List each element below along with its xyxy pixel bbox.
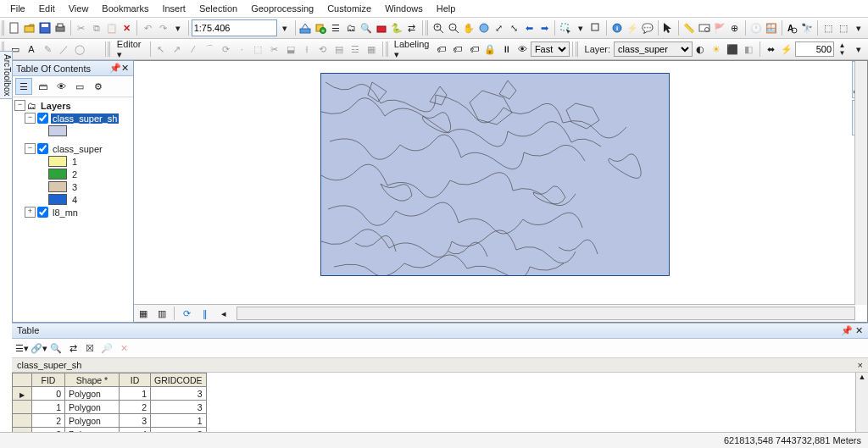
delete-icon[interactable]: ✕ [120,19,134,36]
fixed-zoom-in-icon[interactable]: ⤢ [492,19,506,36]
redo-icon[interactable]: ↷ [156,19,170,36]
toolbar-overflow-icon[interactable]: ▾ [851,41,865,58]
layer-class-super[interactable]: class_super [51,144,104,154]
scale-dropdown-icon[interactable]: ▾ [278,19,292,36]
edit-annotation-icon[interactable]: ↗ [170,41,184,58]
select-arrow-icon[interactable] [661,19,675,36]
list-by-visibility-icon[interactable]: 👁 [53,78,70,95]
class-label[interactable]: 3 [70,182,79,192]
split-icon[interactable]: ⫲ [299,41,314,58]
identify-icon[interactable]: i [610,19,624,36]
zoom-in-icon[interactable]: + [431,19,445,36]
layer-visibility-checkbox[interactable] [37,207,48,218]
menu-view[interactable]: View [62,2,96,15]
symbol-swatch[interactable] [48,156,67,167]
new-icon[interactable] [8,19,21,36]
reshape-icon[interactable]: ✂ [267,41,281,58]
toggle-draft-icon[interactable]: ◂ [216,306,231,321]
toolbar-grip[interactable] [386,41,388,57]
pan-icon[interactable]: ✋ [462,19,476,36]
label-weight-icon[interactable]: 🏷 [467,41,481,58]
menu-windows[interactable]: Windows [378,2,430,15]
menu-insert[interactable]: Insert [155,2,192,15]
cell[interactable]: 2 [32,414,65,428]
labeling-menu[interactable]: Labeling ▾ [391,39,433,60]
binoculars-icon[interactable]: 🔭 [800,19,814,36]
menu-file[interactable]: File [3,2,32,15]
layout-view-icon[interactable]: ▥ [154,306,170,321]
menu-customize[interactable]: Customize [320,2,378,15]
edit-vertices-icon[interactable]: ⬚ [251,41,265,58]
clear-selection-icon[interactable]: ☒ [82,340,97,356]
draw-line-icon[interactable]: ／ [57,41,71,58]
close-icon[interactable]: ✕ [855,325,863,335]
editor-toolbar-icon[interactable] [298,19,312,36]
undo-icon[interactable]: ↶ [141,19,154,36]
table-options-icon[interactable]: ☰▾ [14,340,30,356]
select-elements-icon[interactable] [589,19,603,36]
clear-selection-icon[interactable]: ▾ [574,19,587,36]
map-display[interactable]: Catalog Search ▦ ▥ ⟳ ‖ ◂ [134,60,868,323]
cell[interactable]: 3 [120,414,151,428]
data-view-icon[interactable]: ▦ [136,306,151,321]
column-header[interactable]: ID [120,373,151,387]
copy-icon[interactable]: ⧉ [90,19,103,36]
arctoolbox-side-tab[interactable]: ArcToolbox [0,51,13,99]
label-engine-select[interactable]: Fast [531,41,570,57]
trace-icon[interactable]: ⟳ [219,41,233,58]
attributes-icon[interactable]: ▤ [331,41,346,58]
effects-layer-select[interactable]: class_super [614,41,693,57]
lock-labels-icon[interactable]: 🔒 [483,41,498,58]
table-row[interactable]: 1Polygon23 [13,401,207,414]
open-icon[interactable] [23,19,36,36]
zoom-out-icon[interactable]: - [447,19,460,36]
search-window-icon[interactable]: 🔍 [359,19,373,36]
options-icon[interactable]: ⚙ [90,78,107,95]
menu-selection[interactable]: Selection [192,2,244,15]
cell[interactable]: 1 [32,401,65,414]
select-by-attributes-icon[interactable]: 🔍 [48,340,64,356]
row-header[interactable] [13,401,32,414]
collapse-icon[interactable]: − [25,143,36,154]
label-priority-icon[interactable]: 🏷 [450,41,465,58]
editor-menu[interactable]: Editor ▾ [114,39,147,60]
map-vertical-scrollbar[interactable] [854,61,867,305]
contrast-icon[interactable]: ◐ [693,41,708,58]
view-unplaced-icon[interactable]: 👁 [515,41,530,58]
cut-icon[interactable]: ✂ [75,19,88,36]
collapse-icon[interactable]: − [14,100,25,111]
row-header[interactable] [13,387,32,401]
layer-class-super-sh[interactable]: class_super_sh [51,113,119,124]
find-icon[interactable] [698,19,711,36]
toc-icon[interactable]: ☰ [329,19,342,36]
column-header[interactable]: FID [32,373,65,387]
layer-visibility-checkbox[interactable] [37,143,48,154]
flicker-stepper-icon[interactable]: ▲▼ [835,41,849,58]
map-scale-input[interactable] [192,19,277,36]
table-close-icon[interactable]: × [858,360,863,370]
paste-icon[interactable]: 📋 [105,19,119,36]
find-text-icon[interactable]: A [785,19,798,36]
pin-icon[interactable]: 📌 [109,63,120,74]
brightness-icon[interactable]: ☀ [709,41,724,58]
flicker-icon[interactable]: ⚡ [780,41,794,58]
arctoolbox-icon[interactable] [375,19,388,36]
toolbar-menu-icon[interactable]: ▾ [852,19,865,36]
map-canvas[interactable] [320,73,670,276]
edit-tool-icon[interactable]: ↖ [153,41,168,58]
toolbar-grip[interactable] [426,20,428,36]
symbol-swatch[interactable] [48,125,67,136]
cell[interactable]: 2 [120,401,151,414]
measure-icon[interactable]: 📏 [682,19,696,36]
cell[interactable]: Polygon [65,387,120,401]
fixed-zoom-out-icon[interactable]: ⤡ [508,19,521,36]
full-extent-icon[interactable] [477,19,491,36]
print-icon[interactable] [53,19,67,36]
cell[interactable]: 0 [32,387,65,401]
menu-geoprocessing[interactable]: Geoprocessing [244,2,320,15]
table-row[interactable]: 2Polygon31 [13,414,207,428]
map-horizontal-scrollbar[interactable] [236,307,855,320]
scroll-up-icon[interactable]: ▲ [859,373,866,381]
table-row[interactable]: 0Polygon13 [13,387,207,401]
pause-labels-icon[interactable]: ⏸ [499,41,514,58]
